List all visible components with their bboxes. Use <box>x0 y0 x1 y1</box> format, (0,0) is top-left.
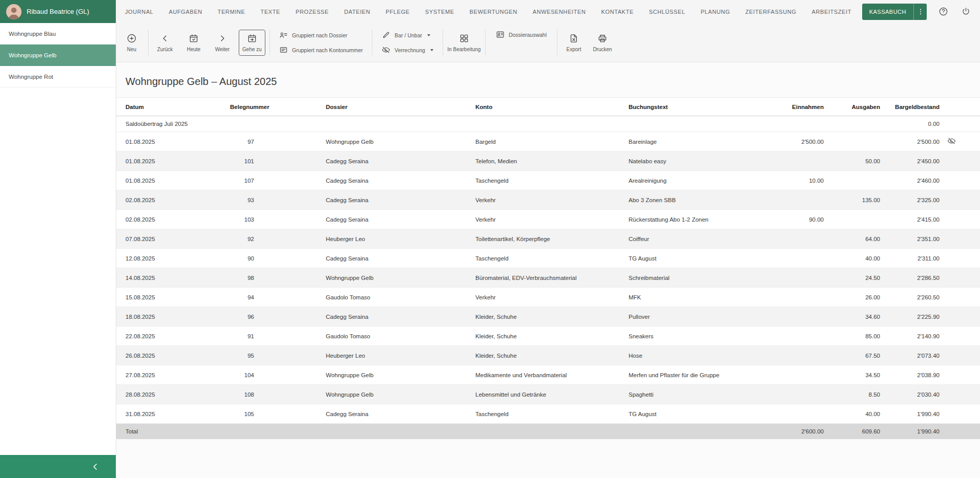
cell-einnahmen <box>772 249 828 268</box>
cell-buchungstext: TG August <box>629 404 772 424</box>
cash-noncash-dropdown[interactable]: Bar / Unbar <box>382 31 433 39</box>
cell-row-actions <box>944 327 980 346</box>
col-header-einnahmen[interactable]: Einnahmen <box>772 98 828 116</box>
cell-belegnummer: 103 <box>230 210 326 229</box>
col-header-ausgaben[interactable]: Ausgaben <box>828 98 885 116</box>
cell-datum: 01.08.2025 <box>116 132 230 151</box>
cell-ausgaben: 135.00 <box>828 190 885 210</box>
in-progress-button[interactable]: In Bearbeitung <box>447 33 481 52</box>
nav-item[interactable]: AUFGABEN <box>169 9 202 15</box>
goto-date-label: Gehe zu <box>242 47 262 52</box>
table-row[interactable]: 28.08.2025 108 Wohngruppe Gelb Lebensmit… <box>116 385 980 404</box>
power-icon <box>961 7 971 16</box>
col-header-konto[interactable]: Konto <box>475 98 629 116</box>
table-row[interactable]: 15.08.2025 94 Gaudolo Tomaso Verkehr MFK… <box>116 288 980 307</box>
table-row[interactable]: 07.08.2025 92 Heuberger Leo Toilettenart… <box>116 229 980 249</box>
table-row[interactable]: 12.08.2025 90 Cadegg Seraina Taschengeld… <box>116 249 980 268</box>
sidebar-collapse-button[interactable] <box>0 455 116 478</box>
table-row[interactable]: 02.08.2025 93 Cadegg Seraina Verkehr Abo… <box>116 190 980 210</box>
sidebar-item[interactable]: Wohngruppe Gelb <box>0 45 116 66</box>
cell-konto: Taschengeld <box>475 171 629 190</box>
nav-item[interactable]: SCHLÜSSEL <box>649 9 685 15</box>
eye-off-icon <box>382 46 390 54</box>
chevron-right-icon <box>217 33 227 44</box>
table-row[interactable]: 14.08.2025 98 Wohngruppe Gelb Büromateri… <box>116 268 980 288</box>
nav-item[interactable]: PFLEGE <box>386 9 410 15</box>
page-title: Wohngruppe Gelb – August 2025 <box>116 62 980 97</box>
goto-date-button[interactable]: Gehe zu <box>239 30 265 56</box>
nav-item[interactable]: SYSTEME <box>425 9 454 15</box>
table-row[interactable]: 22.08.2025 91 Gaudolo Tomaso Kleider, Sc… <box>116 327 980 346</box>
nav-item[interactable]: ANWESENHEITEN <box>533 9 586 15</box>
nav-item[interactable]: PROZESSE <box>296 9 329 15</box>
today-button[interactable]: Heute <box>181 33 206 52</box>
verrechnung-dropdown[interactable]: Verrechnung <box>382 46 433 54</box>
cell-einnahmen: 10.00 <box>772 171 828 190</box>
export-button[interactable]: Export <box>561 33 586 52</box>
cell-einnahmen <box>772 404 828 424</box>
table-row[interactable]: 27.08.2025 104 Wohngruppe Gelb Medikamen… <box>116 365 980 385</box>
sidebar-user-header[interactable]: Ribaud Beatrice (GL) <box>0 0 116 23</box>
help-button[interactable] <box>937 6 949 18</box>
table-row[interactable]: 01.08.2025 97 Wohngruppe Gelb Bargeld Ba… <box>116 132 980 151</box>
back-button[interactable]: Zurück <box>153 33 177 52</box>
cell-einnahmen: 2'500.00 <box>772 132 828 151</box>
cell-dossier: Gaudolo Tomaso <box>326 327 475 346</box>
eye-off-icon <box>947 137 956 145</box>
cell-bargeldbestand: 2'286.50 <box>885 268 944 288</box>
toolbar-divider <box>443 30 443 55</box>
cell-belegnummer: 90 <box>230 249 326 268</box>
group-by-dossier-option[interactable]: Gruppiert nach Dossier <box>279 31 363 39</box>
forward-button[interactable]: Weiter <box>210 33 235 52</box>
toolbar-divider <box>372 30 372 55</box>
total-bargeldbestand: 1'990.40 <box>885 424 944 440</box>
col-header-bargeldbestand[interactable]: Bargeldbestand <box>885 98 944 116</box>
table-row[interactable]: 01.08.2025 101 Cadegg Seraina Telefon, M… <box>116 151 980 171</box>
kebab-menu-icon <box>916 8 925 16</box>
nav-item[interactable]: TERMINE <box>218 9 245 15</box>
table-row[interactable]: 18.08.2025 96 Cadegg Seraina Kleider, Sc… <box>116 307 980 327</box>
col-header-belegnummer[interactable]: Belegnummer <box>230 98 326 116</box>
nav-item[interactable]: JOURNAL <box>125 9 154 15</box>
table-row[interactable]: 26.08.2025 95 Heuberger Leo Kleider, Sch… <box>116 346 980 365</box>
nav-item[interactable]: KONTAKTE <box>601 9 634 15</box>
cell-belegnummer: 105 <box>230 404 326 424</box>
cell-dossier: Cadegg Seraina <box>326 404 475 424</box>
cell-konto: Taschengeld <box>475 404 629 424</box>
cell-konto: Verkehr <box>475 210 629 229</box>
cell-dossier: Cadegg Seraina <box>326 249 475 268</box>
table-row[interactable]: 01.08.2025 107 Cadegg Seraina Taschengel… <box>116 171 980 190</box>
cell-ausgaben <box>828 171 885 190</box>
nav-item[interactable]: ARBEITSZEIT <box>812 9 852 15</box>
table-row[interactable]: 02.08.2025 103 Cadegg Seraina Verkehr Rü… <box>116 210 980 229</box>
cell-konto: Büromaterial, EDV-Verbrauchsmaterial <box>475 268 629 288</box>
nav-item[interactable]: DATEIEN <box>344 9 370 15</box>
module-menu-button[interactable] <box>913 4 927 20</box>
col-header-dossier[interactable]: Dossier <box>326 98 475 116</box>
grid-squares-icon <box>459 33 469 44</box>
nav-item[interactable]: ZEITERFASSUNG <box>745 9 796 15</box>
sidebar-item[interactable]: Wohngruppe Blau <box>0 23 116 45</box>
cell-bargeldbestand: 2'073.40 <box>885 346 944 365</box>
print-button[interactable]: Drucken <box>590 33 615 52</box>
nav-item[interactable]: TEXTE <box>261 9 280 15</box>
cell-row-actions <box>944 365 980 385</box>
sidebar-item[interactable]: Wohngruppe Rot <box>0 66 116 88</box>
cell-row-actions <box>944 268 980 288</box>
active-module-button[interactable]: KASSABUCH <box>862 4 927 20</box>
cell-bargeldbestand: 2'325.00 <box>885 190 944 210</box>
cell-datum: 22.08.2025 <box>116 327 230 346</box>
new-entry-button[interactable]: Neu <box>119 33 144 52</box>
group-by-account-option[interactable]: Gruppiert nach Kontonummer <box>279 46 363 54</box>
nav-item[interactable]: BEWERTUNGEN <box>470 9 517 15</box>
sidebar-item-label: Wohngruppe Blau <box>9 31 56 37</box>
row-hidden-toggle[interactable] <box>947 137 956 145</box>
table-row[interactable]: 31.08.2025 105 Cadegg Seraina Taschengel… <box>116 404 980 424</box>
chevron-down-icon <box>427 34 430 36</box>
col-header-buchungstext[interactable]: Buchungstext <box>629 98 772 116</box>
logout-button[interactable] <box>960 6 972 18</box>
nav-item[interactable]: PLANUNG <box>701 9 730 15</box>
dossier-selection-button[interactable]: Dossierauswahl <box>496 30 547 39</box>
col-header-datum[interactable]: Datum <box>116 98 230 116</box>
cell-buchungstext: Pullover <box>629 307 772 327</box>
